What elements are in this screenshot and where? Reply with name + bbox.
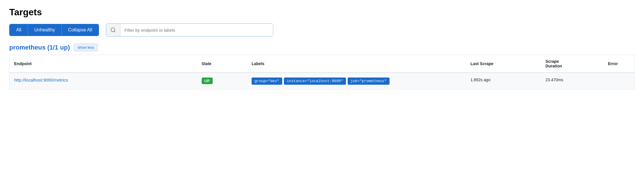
filter-button-group: All Unhealthy Collapse All bbox=[9, 24, 99, 36]
endpoint-cell: http://localhost:9090/metrics bbox=[10, 73, 197, 90]
label-badge: group="dev" bbox=[252, 78, 282, 85]
filter-all-button[interactable]: All bbox=[10, 24, 28, 35]
filter-collapse-all-button[interactable]: Collapse All bbox=[61, 24, 99, 35]
table-row: http://localhost:9090/metricsUPgroup="de… bbox=[10, 73, 635, 90]
error-cell bbox=[603, 73, 634, 90]
svg-line-1 bbox=[114, 31, 115, 32]
endpoint-link[interactable]: http://localhost:9090/metrics bbox=[14, 78, 68, 82]
table-header-endpoint: Endpoint bbox=[10, 55, 197, 73]
search-input[interactable] bbox=[120, 24, 273, 36]
page-title: Targets bbox=[9, 7, 635, 18]
table-header-error: Error bbox=[603, 55, 634, 73]
last-scrape-value: 1.892s ago bbox=[470, 78, 490, 82]
label-badge: instance="localhost:9090" bbox=[284, 78, 346, 85]
section-title: prometheus (1/1 up)show less bbox=[9, 44, 635, 51]
labels-container: group="dev"instance="localhost:9090"job=… bbox=[252, 78, 461, 85]
table-header-labels: Labels bbox=[247, 55, 466, 73]
scrape-duration-cell: 23.470ms bbox=[541, 73, 603, 90]
section-name: prometheus (1/1 up) bbox=[9, 44, 70, 51]
table-header-state: State bbox=[197, 55, 247, 73]
filter-unhealthy-button[interactable]: Unhealthy bbox=[28, 24, 61, 35]
scrape-duration-value: 23.470ms bbox=[545, 78, 563, 82]
labels-cell: group="dev"instance="localhost:9090"job=… bbox=[247, 73, 466, 90]
table-header-last-scrape: Last Scrape bbox=[466, 55, 541, 73]
toolbar: All Unhealthy Collapse All bbox=[9, 23, 635, 37]
sections-container: prometheus (1/1 up)show lessEndpointStat… bbox=[9, 44, 635, 90]
targets-table: EndpointStateLabelsLast ScrapeScrapeDura… bbox=[9, 55, 635, 90]
table-header-scrape-duration: ScrapeDuration bbox=[541, 55, 603, 73]
show-less-button[interactable]: show less bbox=[74, 44, 98, 51]
state-badge: UP bbox=[202, 78, 213, 84]
state-cell: UP bbox=[197, 73, 247, 90]
last-scrape-cell: 1.892s ago bbox=[466, 73, 541, 90]
label-badge: job="prometheus" bbox=[348, 78, 390, 85]
search-icon bbox=[106, 24, 120, 36]
search-wrapper bbox=[106, 23, 273, 37]
